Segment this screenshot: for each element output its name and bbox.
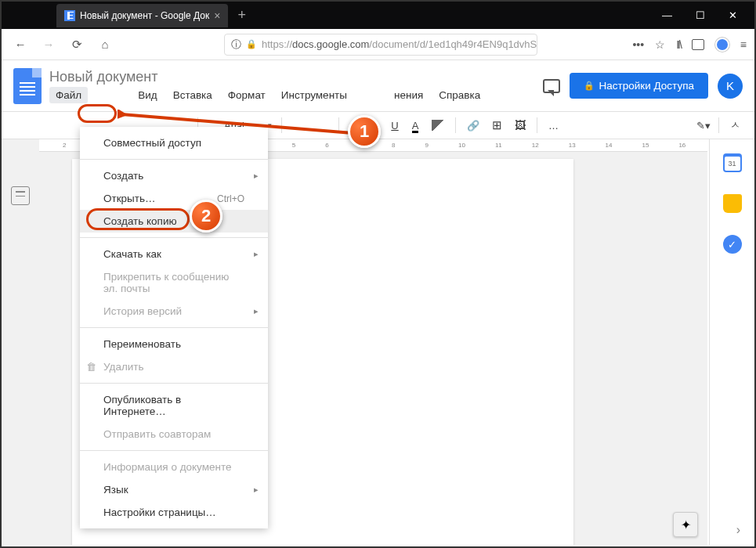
menu-item-download-as[interactable]: Скачать как xyxy=(80,243,268,265)
menu-item-open[interactable]: Открыть… Ctrl+O xyxy=(80,187,268,210)
close-tab-icon[interactable]: × xyxy=(214,9,220,22)
menu-item-rename[interactable]: Переименовать xyxy=(80,333,268,355)
annotation-highlight-file xyxy=(78,104,117,123)
docs-logo[interactable] xyxy=(13,68,42,104)
menu-insert[interactable]: Вставка xyxy=(167,87,219,103)
annotation-highlight-make-copy xyxy=(86,208,190,230)
page-actions-icon[interactable]: ••• xyxy=(632,38,644,51)
url-bar[interactable]: ⓘ 🔒 https://docs.google.com/document/d/1… xyxy=(224,34,537,56)
window-controls: — ☐ ✕ xyxy=(662,2,754,29)
menu-item-publish[interactable]: Опубликовать в Интернете… xyxy=(80,388,268,423)
menu-item-new[interactable]: Создать xyxy=(80,164,268,187)
user-avatar[interactable]: K xyxy=(718,74,743,99)
keep-addon-icon[interactable] xyxy=(723,194,742,213)
annotation-badge-2: 2 xyxy=(190,200,222,233)
side-panel-collapse-icon[interactable]: › xyxy=(736,523,740,537)
comment-button[interactable]: ⊞ xyxy=(487,115,507,135)
new-tab-button[interactable]: + xyxy=(228,7,255,23)
url-text: https://docs.google.com/document/d/1ed1q… xyxy=(262,38,537,50)
docs-favicon xyxy=(64,10,75,21)
menu-item-page-setup[interactable]: Настройки страницы… xyxy=(80,501,268,524)
menu-item-language[interactable]: Язык xyxy=(80,478,268,501)
tab-title: Новый документ - Google Док xyxy=(80,10,209,21)
docs-header: Новый документ Файл Вид Вставка Формат И… xyxy=(2,60,754,111)
comments-icon[interactable] xyxy=(543,79,560,93)
maximize-button[interactable]: ☐ xyxy=(696,9,705,21)
account-icon[interactable] xyxy=(715,38,729,52)
bookmark-icon[interactable]: ☆ xyxy=(655,38,665,51)
tasks-addon-icon[interactable] xyxy=(723,235,742,254)
forward-button[interactable]: → xyxy=(38,34,60,56)
share-button[interactable]: 🔒 Настройки Доступа xyxy=(570,73,708,99)
collapse-toolbar-button[interactable]: ㅅ xyxy=(725,115,745,135)
browser-menu-icon[interactable]: ≡ xyxy=(740,38,747,51)
minimize-button[interactable]: — xyxy=(662,9,672,21)
sidebar-icon[interactable] xyxy=(692,39,704,50)
annotation-arrow xyxy=(118,110,360,141)
explore-button[interactable]: ✦ xyxy=(673,512,698,537)
link-button[interactable]: 🔗 xyxy=(462,117,484,135)
menu-item-email-collaborators: Отправить соавторам xyxy=(80,423,268,445)
library-icon[interactable]: II\ xyxy=(676,38,681,51)
menu-item-version-history: История версий xyxy=(80,300,268,323)
menu-item-doc-info: Информация о документе xyxy=(80,456,268,478)
text-color-button[interactable]: A xyxy=(407,117,424,135)
menu-view[interactable]: Вид xyxy=(132,87,163,103)
reload-button[interactable]: ⟳ xyxy=(66,34,88,56)
menu-bar: Файл Вид Вставка Формат Инструменты нени… xyxy=(49,87,535,103)
side-panel xyxy=(709,139,754,545)
browser-tab[interactable]: Новый документ - Google Док × xyxy=(56,4,228,27)
calendar-addon-icon[interactable] xyxy=(723,153,742,172)
home-button[interactable]: ⌂ xyxy=(94,34,116,56)
menu-file[interactable]: Файл xyxy=(49,87,88,103)
outline-toggle-icon[interactable] xyxy=(11,186,30,205)
menu-format[interactable]: Формат xyxy=(222,87,272,103)
browser-tab-strip: Новый документ - Google Док × + — ☐ ✕ xyxy=(2,2,754,29)
browser-nav-bar: ← → ⟳ ⌂ ⓘ 🔒 https://docs.google.com/docu… xyxy=(2,29,754,60)
svg-line-0 xyxy=(121,114,353,133)
menu-tools[interactable]: Инструменты xyxy=(275,87,353,103)
trash-icon: 🗑 xyxy=(86,361,96,373)
underline-button[interactable]: U xyxy=(386,117,403,135)
annotation-badge-1: 1 xyxy=(348,115,381,148)
menu-item-email-attach: Прикрепить к сообщению эл. почты xyxy=(80,265,268,300)
more-button[interactable]: … xyxy=(544,117,563,135)
lock-icon: 🔒 xyxy=(246,39,257,49)
menu-addons[interactable]: нения xyxy=(388,87,429,103)
menu-item-delete: 🗑 Удалить xyxy=(80,355,268,378)
page-info-icon[interactable]: ⓘ xyxy=(231,38,241,52)
file-menu-dropdown: Совместный доступ Создать Открыть… Ctrl+… xyxy=(80,127,268,528)
editing-mode-button[interactable]: ✎ ▾ xyxy=(695,118,712,132)
menu-help[interactable]: Справка xyxy=(432,87,487,103)
back-button[interactable]: ← xyxy=(9,34,31,56)
highlight-button[interactable] xyxy=(427,117,449,134)
image-button[interactable]: 🖼 xyxy=(510,116,530,135)
document-title[interactable]: Новый документ xyxy=(49,69,535,85)
lock-icon: 🔒 xyxy=(584,81,595,91)
close-window-button[interactable]: ✕ xyxy=(729,9,737,21)
